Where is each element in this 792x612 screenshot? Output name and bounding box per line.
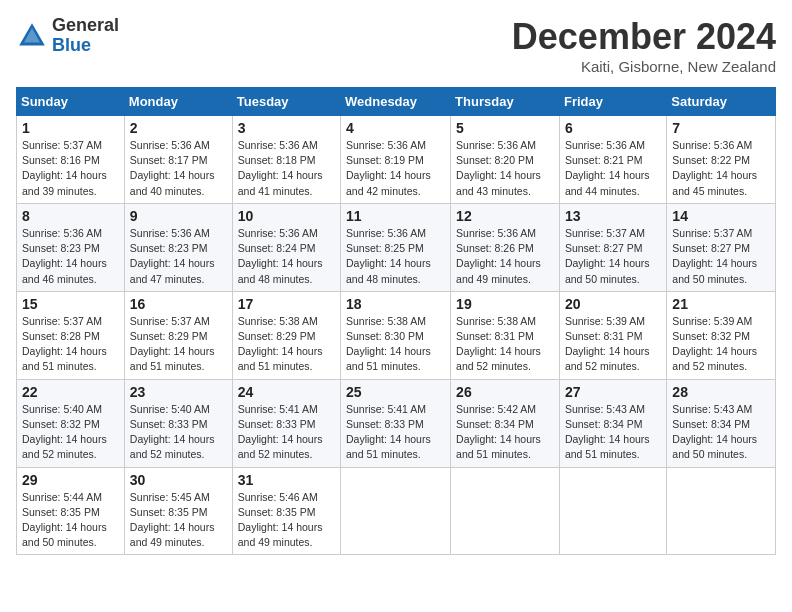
day-info: Sunrise: 5:41 AM Sunset: 8:33 PM Dayligh… [346, 402, 445, 463]
calendar-week-row: 15Sunrise: 5:37 AM Sunset: 8:28 PM Dayli… [17, 291, 776, 379]
day-info: Sunrise: 5:41 AM Sunset: 8:33 PM Dayligh… [238, 402, 335, 463]
day-info: Sunrise: 5:37 AM Sunset: 8:27 PM Dayligh… [672, 226, 770, 287]
day-info: Sunrise: 5:36 AM Sunset: 8:26 PM Dayligh… [456, 226, 554, 287]
calendar-cell: 11Sunrise: 5:36 AM Sunset: 8:25 PM Dayli… [341, 203, 451, 291]
day-number: 8 [22, 208, 119, 224]
day-number: 2 [130, 120, 227, 136]
day-number: 3 [238, 120, 335, 136]
weekday-header-saturday: Saturday [667, 88, 776, 116]
day-number: 11 [346, 208, 445, 224]
calendar-cell: 14Sunrise: 5:37 AM Sunset: 8:27 PM Dayli… [667, 203, 776, 291]
day-info: Sunrise: 5:40 AM Sunset: 8:33 PM Dayligh… [130, 402, 227, 463]
day-info: Sunrise: 5:43 AM Sunset: 8:34 PM Dayligh… [672, 402, 770, 463]
day-number: 15 [22, 296, 119, 312]
day-info: Sunrise: 5:36 AM Sunset: 8:18 PM Dayligh… [238, 138, 335, 199]
calendar-cell: 2Sunrise: 5:36 AM Sunset: 8:17 PM Daylig… [124, 116, 232, 204]
calendar-cell: 23Sunrise: 5:40 AM Sunset: 8:33 PM Dayli… [124, 379, 232, 467]
day-number: 19 [456, 296, 554, 312]
day-info: Sunrise: 5:39 AM Sunset: 8:31 PM Dayligh… [565, 314, 661, 375]
calendar-cell [451, 467, 560, 555]
calendar-cell: 10Sunrise: 5:36 AM Sunset: 8:24 PM Dayli… [232, 203, 340, 291]
day-info: Sunrise: 5:36 AM Sunset: 8:24 PM Dayligh… [238, 226, 335, 287]
day-number: 6 [565, 120, 661, 136]
calendar-cell: 25Sunrise: 5:41 AM Sunset: 8:33 PM Dayli… [341, 379, 451, 467]
calendar-cell: 20Sunrise: 5:39 AM Sunset: 8:31 PM Dayli… [559, 291, 666, 379]
day-info: Sunrise: 5:40 AM Sunset: 8:32 PM Dayligh… [22, 402, 119, 463]
day-number: 7 [672, 120, 770, 136]
day-info: Sunrise: 5:43 AM Sunset: 8:34 PM Dayligh… [565, 402, 661, 463]
calendar-cell: 30Sunrise: 5:45 AM Sunset: 8:35 PM Dayli… [124, 467, 232, 555]
day-number: 13 [565, 208, 661, 224]
day-info: Sunrise: 5:38 AM Sunset: 8:29 PM Dayligh… [238, 314, 335, 375]
day-info: Sunrise: 5:37 AM Sunset: 8:28 PM Dayligh… [22, 314, 119, 375]
calendar-cell: 31Sunrise: 5:46 AM Sunset: 8:35 PM Dayli… [232, 467, 340, 555]
day-number: 31 [238, 472, 335, 488]
day-number: 29 [22, 472, 119, 488]
calendar-cell: 17Sunrise: 5:38 AM Sunset: 8:29 PM Dayli… [232, 291, 340, 379]
day-info: Sunrise: 5:45 AM Sunset: 8:35 PM Dayligh… [130, 490, 227, 551]
day-number: 25 [346, 384, 445, 400]
day-info: Sunrise: 5:42 AM Sunset: 8:34 PM Dayligh… [456, 402, 554, 463]
logo-blue-text: Blue [52, 36, 119, 56]
calendar-cell: 15Sunrise: 5:37 AM Sunset: 8:28 PM Dayli… [17, 291, 125, 379]
calendar-cell: 9Sunrise: 5:36 AM Sunset: 8:23 PM Daylig… [124, 203, 232, 291]
weekday-header-wednesday: Wednesday [341, 88, 451, 116]
calendar-cell: 28Sunrise: 5:43 AM Sunset: 8:34 PM Dayli… [667, 379, 776, 467]
calendar-week-row: 29Sunrise: 5:44 AM Sunset: 8:35 PM Dayli… [17, 467, 776, 555]
day-number: 1 [22, 120, 119, 136]
day-info: Sunrise: 5:36 AM Sunset: 8:22 PM Dayligh… [672, 138, 770, 199]
calendar-cell: 8Sunrise: 5:36 AM Sunset: 8:23 PM Daylig… [17, 203, 125, 291]
day-number: 20 [565, 296, 661, 312]
weekday-header-friday: Friday [559, 88, 666, 116]
day-info: Sunrise: 5:38 AM Sunset: 8:30 PM Dayligh… [346, 314, 445, 375]
day-number: 22 [22, 384, 119, 400]
day-info: Sunrise: 5:36 AM Sunset: 8:20 PM Dayligh… [456, 138, 554, 199]
day-info: Sunrise: 5:38 AM Sunset: 8:31 PM Dayligh… [456, 314, 554, 375]
day-info: Sunrise: 5:44 AM Sunset: 8:35 PM Dayligh… [22, 490, 119, 551]
calendar-cell: 18Sunrise: 5:38 AM Sunset: 8:30 PM Dayli… [341, 291, 451, 379]
day-number: 27 [565, 384, 661, 400]
calendar-table: SundayMondayTuesdayWednesdayThursdayFrid… [16, 87, 776, 555]
calendar-cell [341, 467, 451, 555]
day-number: 28 [672, 384, 770, 400]
calendar-cell: 4Sunrise: 5:36 AM Sunset: 8:19 PM Daylig… [341, 116, 451, 204]
day-number: 26 [456, 384, 554, 400]
day-info: Sunrise: 5:37 AM Sunset: 8:29 PM Dayligh… [130, 314, 227, 375]
calendar-cell: 3Sunrise: 5:36 AM Sunset: 8:18 PM Daylig… [232, 116, 340, 204]
calendar-cell: 16Sunrise: 5:37 AM Sunset: 8:29 PM Dayli… [124, 291, 232, 379]
weekday-header-monday: Monday [124, 88, 232, 116]
day-info: Sunrise: 5:39 AM Sunset: 8:32 PM Dayligh… [672, 314, 770, 375]
calendar-cell: 24Sunrise: 5:41 AM Sunset: 8:33 PM Dayli… [232, 379, 340, 467]
calendar-cell: 1Sunrise: 5:37 AM Sunset: 8:16 PM Daylig… [17, 116, 125, 204]
day-number: 4 [346, 120, 445, 136]
calendar-week-row: 8Sunrise: 5:36 AM Sunset: 8:23 PM Daylig… [17, 203, 776, 291]
day-info: Sunrise: 5:36 AM Sunset: 8:19 PM Dayligh… [346, 138, 445, 199]
calendar-week-row: 22Sunrise: 5:40 AM Sunset: 8:32 PM Dayli… [17, 379, 776, 467]
day-number: 24 [238, 384, 335, 400]
calendar-cell: 6Sunrise: 5:36 AM Sunset: 8:21 PM Daylig… [559, 116, 666, 204]
weekday-header-tuesday: Tuesday [232, 88, 340, 116]
header: General Blue December 2024 Kaiti, Gisbor… [16, 16, 776, 75]
day-info: Sunrise: 5:36 AM Sunset: 8:21 PM Dayligh… [565, 138, 661, 199]
day-number: 17 [238, 296, 335, 312]
day-number: 14 [672, 208, 770, 224]
day-info: Sunrise: 5:36 AM Sunset: 8:23 PM Dayligh… [130, 226, 227, 287]
weekday-header-sunday: Sunday [17, 88, 125, 116]
calendar-cell: 22Sunrise: 5:40 AM Sunset: 8:32 PM Dayli… [17, 379, 125, 467]
day-number: 12 [456, 208, 554, 224]
day-number: 9 [130, 208, 227, 224]
day-info: Sunrise: 5:37 AM Sunset: 8:16 PM Dayligh… [22, 138, 119, 199]
day-info: Sunrise: 5:46 AM Sunset: 8:35 PM Dayligh… [238, 490, 335, 551]
day-info: Sunrise: 5:37 AM Sunset: 8:27 PM Dayligh… [565, 226, 661, 287]
logo: General Blue [16, 16, 119, 56]
calendar-cell: 7Sunrise: 5:36 AM Sunset: 8:22 PM Daylig… [667, 116, 776, 204]
day-number: 10 [238, 208, 335, 224]
weekday-header-thursday: Thursday [451, 88, 560, 116]
day-number: 5 [456, 120, 554, 136]
calendar-cell: 26Sunrise: 5:42 AM Sunset: 8:34 PM Dayli… [451, 379, 560, 467]
logo-icon [16, 20, 48, 52]
day-number: 21 [672, 296, 770, 312]
month-title: December 2024 [512, 16, 776, 58]
calendar-cell [559, 467, 666, 555]
calendar-cell: 19Sunrise: 5:38 AM Sunset: 8:31 PM Dayli… [451, 291, 560, 379]
